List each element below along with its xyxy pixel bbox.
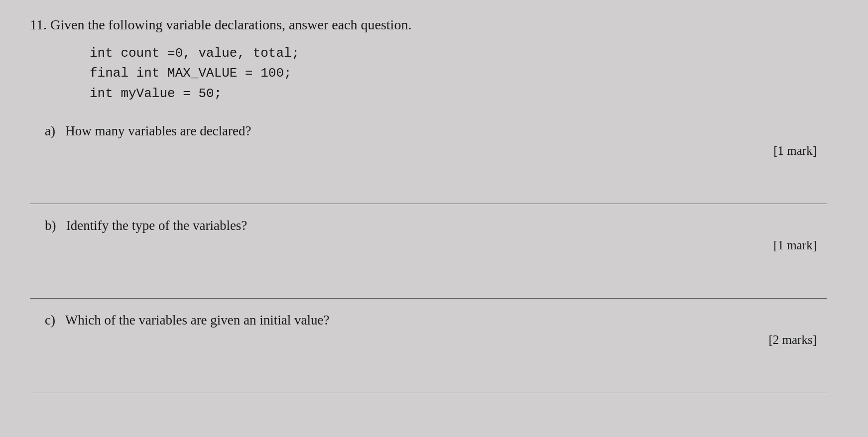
- answer-area-a: [1 mark]: [35, 144, 822, 184]
- sub-question-b: b) Identify the type of the variables? […: [30, 204, 827, 299]
- sub-question-a-label: a) How many variables are declared?: [35, 123, 822, 139]
- code-line-1: int count =0, value, total;: [90, 43, 827, 63]
- code-line-3: int myValue = 50;: [90, 84, 827, 104]
- mark-b: [1 mark]: [35, 238, 822, 252]
- code-line-2: final int MAX_VALUE = 100;: [90, 63, 827, 83]
- answer-area-b: [1 mark]: [35, 238, 822, 278]
- sub-question-a: a) How many variables are declared? [1 m…: [30, 118, 827, 204]
- question-intro: Given the following variable declaration…: [50, 17, 411, 32]
- question-header: 11. Given the following variable declara…: [30, 15, 827, 34]
- code-block: int count =0, value, total; final int MA…: [90, 43, 827, 104]
- question-number: 11.: [30, 17, 50, 32]
- mark-a: [1 mark]: [35, 144, 822, 158]
- answer-area-c: [2 marks]: [35, 333, 822, 373]
- mark-c: [2 marks]: [35, 333, 822, 347]
- sub-question-c-label: c) Which of the variables are given an i…: [35, 313, 822, 328]
- sub-question-b-label: b) Identify the type of the variables?: [35, 218, 822, 233]
- sub-question-c: c) Which of the variables are given an i…: [30, 299, 827, 393]
- page-content: 11. Given the following variable declara…: [30, 15, 827, 393]
- answer-line-c: [30, 393, 827, 393]
